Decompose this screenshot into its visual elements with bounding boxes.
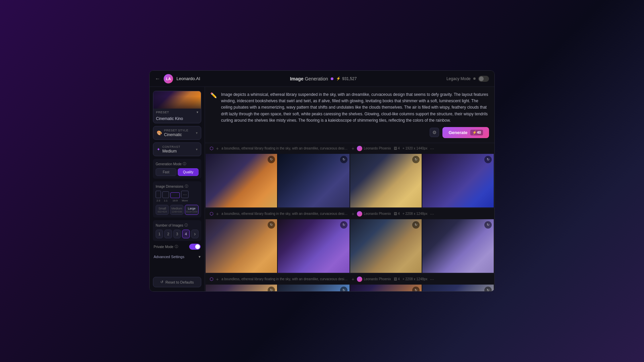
ar-box-23 xyxy=(156,191,161,198)
image-card-7[interactable]: ↻ xyxy=(350,219,422,273)
image-card-10[interactable]: ↻ xyxy=(278,285,349,291)
preset-dropdown[interactable]: Preset ▾ Cinematic Kino xyxy=(153,91,201,123)
image-overlay-9: ↻ xyxy=(268,287,275,291)
preset-style-content: Preset Style Cinematic xyxy=(164,129,189,137)
aspect-ratio-11[interactable]: 1:1 xyxy=(162,191,169,202)
image-placeholder-11 xyxy=(350,285,422,291)
size-large-label: Large xyxy=(186,207,198,210)
image-action-icon-7[interactable]: ↻ xyxy=(412,221,420,229)
image-placeholder-9 xyxy=(206,285,277,291)
aspect-ratio-more[interactable]: ··· More xyxy=(181,191,189,202)
advanced-settings-toggle[interactable]: Advanced Settings ▾ xyxy=(153,252,201,261)
image-action-icon-1[interactable]: ↻ xyxy=(268,156,275,163)
gen-more-button-2[interactable]: ··· xyxy=(430,211,434,217)
gen-add-button2-1[interactable]: + xyxy=(352,146,354,151)
image-card-6[interactable]: ↻ xyxy=(278,219,349,273)
app-window: ← LA Leonardo.AI Image Generation ⚡ 931,… xyxy=(149,70,495,292)
preset-thumbnail xyxy=(153,91,201,109)
back-button[interactable]: ← xyxy=(155,76,160,82)
num-1-button[interactable]: 1 xyxy=(156,230,163,238)
image-card-8[interactable]: ↻ xyxy=(422,219,494,273)
num-more-button[interactable]: › xyxy=(191,230,199,238)
gen-add-button-1[interactable]: + xyxy=(216,146,219,151)
image-card-11[interactable]: ↻ xyxy=(350,285,422,291)
ar-label-169: 16:9 xyxy=(172,199,178,202)
gen-add-button-3[interactable]: + xyxy=(216,277,219,282)
prompt-area: ✏️ Image depicts a whimsical, ethereal l… xyxy=(205,87,494,143)
image-action-icon-12[interactable]: ↻ xyxy=(484,287,492,291)
title-badge xyxy=(331,77,333,80)
image-action-icon-11[interactable]: ↻ xyxy=(412,287,420,291)
size-small-dim: 832×624 xyxy=(157,210,168,213)
image-placeholder-12 xyxy=(422,285,494,291)
image-overlay-8: ↻ xyxy=(484,221,492,229)
image-overlay-12: ↻ xyxy=(484,287,492,291)
prompt-actions: ⚙ Generate ⚡40 xyxy=(210,127,489,138)
image-card-1[interactable]: ↻ xyxy=(206,154,277,207)
gen-count-3: 🖼 4 xyxy=(394,277,400,281)
prompt-inner: ✏️ Image depicts a whimsical, ethereal l… xyxy=(210,92,489,124)
preset-style-label: Preset Style xyxy=(164,129,189,132)
contrast-dropdown[interactable]: ✦ Contrast Medium ▾ xyxy=(153,142,201,156)
generation-row-1: ⬡ + a boundless, ethereal library floati… xyxy=(205,143,494,208)
num-4-button[interactable]: 4 xyxy=(182,230,190,238)
image-placeholder-1 xyxy=(206,154,277,207)
gen-header-text-1: a boundless, ethereal library floating i… xyxy=(221,146,349,150)
avatar: LA xyxy=(164,74,173,83)
image-card-12[interactable]: ↻ xyxy=(422,285,494,291)
main-content: ✏️ Image depicts a whimsical, ethereal l… xyxy=(205,87,494,291)
reset-defaults-button[interactable]: ↺ Reset to Defaults xyxy=(153,277,201,287)
legacy-mode-toggle[interactable] xyxy=(478,76,489,82)
image-action-icon-2[interactable]: ↻ xyxy=(340,156,347,163)
num-3-button[interactable]: 3 xyxy=(173,230,181,238)
size-small-button[interactable]: Small 832×624 xyxy=(156,205,169,215)
gen-add-button2-3[interactable]: + xyxy=(352,277,354,282)
gen-count-1: 🖼 4 xyxy=(394,146,400,150)
image-action-icon-4[interactable]: ↻ xyxy=(484,156,492,163)
gen-mode-title: Generation Mode ⓘ xyxy=(156,162,199,166)
size-small-label: Small xyxy=(157,207,168,210)
image-card-2[interactable]: ↻ xyxy=(278,154,349,207)
generate-button[interactable]: Generate ⚡40 xyxy=(442,127,489,138)
gen-more-button-1[interactable]: ··· xyxy=(430,146,434,151)
enhance-button[interactable]: ⚙ xyxy=(430,128,439,137)
ar-label-23: 2:3 xyxy=(156,199,160,202)
num-images-info-icon: ⓘ xyxy=(184,223,188,228)
gen-add-button-2[interactable]: + xyxy=(216,211,219,217)
image-placeholder-10 xyxy=(278,285,349,291)
image-action-icon-5[interactable]: ↻ xyxy=(268,221,275,229)
num-2-button[interactable]: 2 xyxy=(164,230,172,238)
size-large-button[interactable]: Large 3016×1554 xyxy=(185,205,199,215)
image-action-icon-6[interactable]: ↻ xyxy=(340,221,347,229)
num-images-section: Number of Images ⓘ 1 2 3 4 › xyxy=(153,220,201,241)
private-mode-toggle[interactable] xyxy=(189,244,201,250)
image-card-3[interactable]: ↻ xyxy=(350,154,422,207)
gen-more-button-3[interactable]: ··· xyxy=(430,277,434,282)
contrast-icon: ✦ xyxy=(157,147,160,152)
gen-model-icon-2 xyxy=(357,211,362,217)
contrast-label: Contrast xyxy=(162,145,180,148)
aspect-ratio-169[interactable]: 16:9 xyxy=(170,192,180,202)
image-placeholder-2 xyxy=(278,154,349,207)
image-action-icon-8[interactable]: ↻ xyxy=(484,221,492,229)
preset-label-row: Preset ▾ xyxy=(153,109,201,116)
image-action-icon-3[interactable]: ↻ xyxy=(412,156,420,163)
image-action-icon-10[interactable]: ↻ xyxy=(340,287,347,291)
image-card-9[interactable]: ↻ xyxy=(206,285,277,291)
mode-fast-button[interactable]: Fast xyxy=(156,168,176,176)
gen-add-button2-2[interactable]: + xyxy=(352,211,354,217)
aspect-ratio-23[interactable]: 2:3 xyxy=(156,191,161,202)
image-card-5[interactable]: ↻ xyxy=(206,219,277,273)
header-center: Image Generation ⚡ 931,527 xyxy=(290,76,357,81)
preset-style-dropdown[interactable]: 🎨 Preset Style Cinematic ▾ xyxy=(153,126,201,140)
image-action-icon-9[interactable]: ↻ xyxy=(268,287,275,291)
size-medium-button[interactable]: Medium 1248×936 xyxy=(170,205,183,215)
header-right: Legacy Mode xyxy=(446,76,489,82)
mode-quality-button[interactable]: Quality xyxy=(178,168,199,176)
image-card-4[interactable]: ↻ xyxy=(422,154,494,207)
image-placeholder-6 xyxy=(278,219,349,273)
generation-mode-section: Generation Mode ⓘ Fast Quality xyxy=(153,159,201,179)
prompt-text[interactable]: Image depicts a whimsical, ethereal libr… xyxy=(221,92,489,124)
gen-header-model-3: Leonardo Phoenix xyxy=(357,277,391,282)
gen-header-text-2: a boundless, ethereal library floating i… xyxy=(221,212,349,216)
